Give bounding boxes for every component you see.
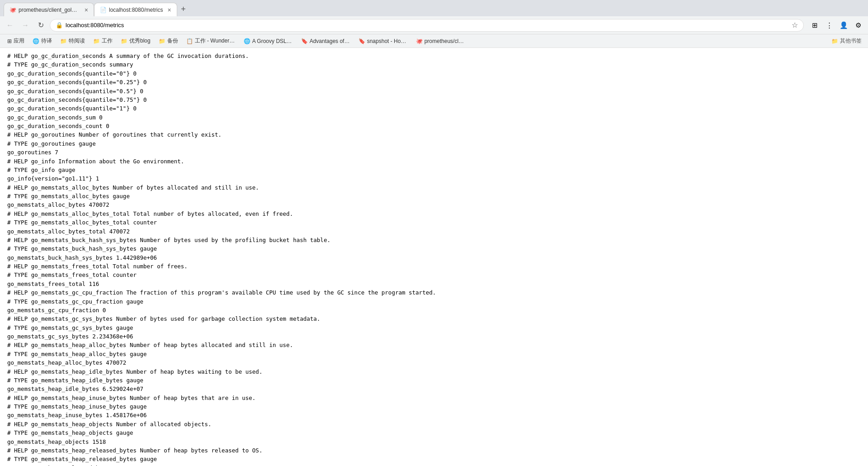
bookmark-backup[interactable]: 📁 备份 — [155, 36, 182, 47]
new-tab-button[interactable]: + — [177, 3, 190, 15]
tab-favicon-1: 🐙 — [9, 7, 16, 13]
bookmark-icon-blog: 📁 — [121, 38, 127, 44]
bookmark-label-apps: 应用 — [14, 37, 24, 45]
tab-bar: 🐙 prometheus/client_golang: P... × 📄 loc… — [0, 0, 868, 16]
bookmark-icon-prometheus: 🐙 — [416, 38, 423, 44]
tab-title-1: prometheus/client_golang: P... — [19, 7, 80, 13]
user-icon[interactable]: 👤 — [837, 19, 850, 32]
bookmark-label-special-read: 特阅读 — [69, 37, 85, 45]
bookmark-apps[interactable]: ⊞ 应用 — [4, 36, 28, 47]
bookmark-icon-more: 📁 — [831, 38, 838, 44]
bookmark-icon-apps: ⊞ — [7, 38, 12, 44]
bookmark-label-backup: 备份 — [167, 37, 178, 45]
bookmark-icon-snapshot: 🔖 — [359, 38, 365, 44]
bookmark-icon-translate: 🌐 — [33, 38, 39, 44]
bookmark-label-advantages: Advantages of fixing — [310, 38, 350, 44]
tab-metrics[interactable]: 📄 localhost:8080/metrics × — [94, 3, 177, 16]
nav-bar: ← → ↻ 🔒 localhost:8080/metrics ☆ ⊞ ⋮ 👤 ⚙ — [0, 16, 868, 34]
bookmark-icon-backup: 📁 — [159, 38, 165, 44]
right-nav-icons: ⊞ ⋮ 👤 ⚙ — [808, 19, 864, 32]
extensions-icon[interactable]: ⊞ — [808, 19, 821, 32]
chrome-icon[interactable]: ⋮ — [823, 19, 835, 32]
tab-favicon-2: 📄 — [100, 7, 106, 13]
tab-close-2[interactable]: × — [167, 6, 171, 14]
bookmark-icon-groovy: 🌐 — [244, 38, 250, 44]
bookmark-icon-wunderlist: 📋 — [186, 38, 193, 44]
bookmark-advantages[interactable]: 🔖 Advantages of fixing — [297, 36, 354, 47]
metrics-content: # HELP go_gc_duration_seconds A summary … — [7, 52, 861, 466]
bookmark-translate[interactable]: 🌐 待译 — [29, 36, 56, 47]
back-button[interactable]: ← — [4, 19, 16, 32]
bookmark-label-more: 其他书签 — [840, 37, 862, 45]
bookmark-label-wunderlist: 工作 - Wunderlist — [195, 37, 236, 45]
bookmark-star-icon[interactable]: ☆ — [792, 21, 798, 29]
browser-frame: 🐙 prometheus/client_golang: P... × 📄 loc… — [0, 0, 868, 466]
address-bar[interactable]: 🔒 localhost:8080/metrics ☆ — [50, 19, 804, 32]
bookmarks-bar: ⊞ 应用 🌐 待译 📁 特阅读 📁 工作 📁 优秀blog 📁 备份 📋 工作 … — [0, 34, 868, 48]
tab-close-1[interactable]: × — [85, 6, 88, 14]
bookmark-icon-advantages: 🔖 — [301, 38, 308, 44]
bookmark-label-groovy: A Groovy DSL from... — [252, 38, 293, 44]
bookmark-label-blog: 优秀blog — [129, 37, 151, 45]
address-text: localhost:8080/metrics — [66, 22, 789, 29]
content-area[interactable]: # HELP go_gc_duration_seconds A summary … — [0, 48, 868, 466]
settings-icon[interactable]: ⚙ — [852, 19, 864, 32]
bookmark-label-snapshot: snapshot - How do... — [367, 38, 408, 44]
tab-title-2: localhost:8080/metrics — [109, 7, 163, 13]
bookmark-label-translate: 待译 — [41, 37, 52, 45]
bookmark-icon-special-read: 📁 — [60, 38, 67, 44]
bookmark-label-work: 工作 — [102, 37, 113, 45]
bookmark-groovy[interactable]: 🌐 A Groovy DSL from... — [240, 36, 297, 47]
bookmark-wunderlist[interactable]: 📋 工作 - Wunderlist — [183, 36, 239, 47]
bookmark-snapshot[interactable]: 🔖 snapshot - How do... — [355, 36, 411, 47]
tab-prometheus[interactable]: 🐙 prometheus/client_golang: P... × — [4, 3, 94, 16]
forward-button[interactable]: → — [19, 19, 32, 32]
bookmark-work[interactable]: 📁 工作 — [90, 36, 116, 47]
bookmark-label-prometheus: prometheus/client... — [425, 38, 465, 44]
bookmark-prometheus[interactable]: 🐙 prometheus/client... — [412, 36, 469, 47]
bookmark-icon-work: 📁 — [93, 38, 100, 44]
bookmark-special-read[interactable]: 📁 特阅读 — [57, 36, 89, 47]
refresh-button[interactable]: ↻ — [34, 19, 47, 32]
bookmark-more[interactable]: 📁 其他书签 — [829, 36, 864, 47]
lock-icon: 🔒 — [56, 22, 63, 29]
bookmark-blog[interactable]: 📁 优秀blog — [117, 36, 154, 47]
